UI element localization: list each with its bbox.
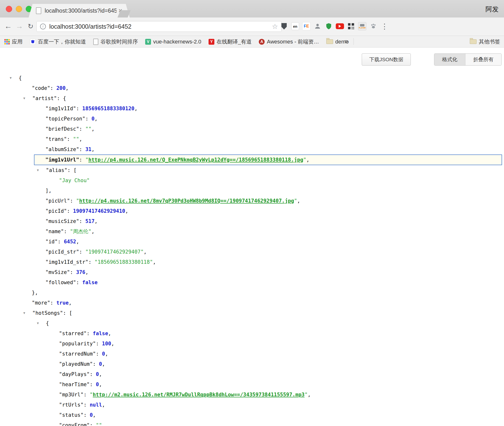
json-line: "picUrl": "http://p4.music.126.net/8mv7q… (0, 196, 504, 206)
site-info-icon[interactable]: i (40, 24, 46, 29)
json-line: "mvSize": 376, (0, 267, 504, 277)
json-punctuation: , (108, 331, 111, 336)
json-punctuation: , (125, 208, 128, 214)
folder-icon (326, 39, 333, 44)
bookmark-google-sort[interactable]: 谷歌按时间排序 (93, 38, 138, 45)
extension-fehelper[interactable]: FE (302, 20, 311, 32)
json-punctuation: : (90, 382, 96, 387)
download-json-button[interactable]: 下载JSON数据 (362, 53, 411, 66)
json-punctuation: }, (32, 290, 38, 296)
play-icon (339, 25, 341, 28)
bookmark-youdao[interactable]: Y 在线翻译_有道 (209, 38, 252, 45)
player-label: PLAYER (359, 27, 366, 29)
json-punctuation: : (85, 116, 91, 122)
json-string: "周杰伦" (70, 229, 91, 234)
collapse-toggle-icon[interactable]: ▼ (9, 73, 19, 83)
json-key: "id" (45, 239, 58, 245)
extension-youtube[interactable] (335, 20, 345, 32)
reload-button[interactable]: ↻ (25, 21, 36, 32)
collapse-toggle-icon[interactable]: ▼ (23, 308, 32, 318)
json-url-link[interactable]: http://p4.music.126.net/Q_ExePNkmqB2yWyL… (88, 157, 303, 163)
json-key: "starred" (59, 331, 87, 336)
extension-qrcode[interactable] (346, 20, 356, 32)
address-bar[interactable]: i localhost:3000/artists?id=6452 ☆ (36, 21, 282, 32)
json-punctuation: : (84, 402, 90, 408)
json-url-link[interactable]: http://m2.music.126.net/RMJR7wDullRqppBk… (93, 392, 304, 398)
json-line: "picId_str": "19097417462929407", (0, 247, 504, 257)
json-number: 200 (56, 85, 66, 91)
paw-icon (370, 23, 377, 30)
person-icon (314, 23, 321, 30)
bookmark-baidu[interactable]: 百度一下，你就知道 (30, 38, 86, 45)
bookmark-vue-hackernews[interactable]: V vue-hackernews-2.0 (145, 39, 201, 45)
collapse-toggle-icon[interactable]: ▼ (23, 93, 32, 103)
json-punctuation: , (105, 351, 108, 357)
collapse-toggle-icon[interactable]: ▼ (36, 165, 46, 175)
back-button[interactable]: ← (3, 21, 14, 32)
json-line: ], (0, 186, 504, 196)
close-window-button[interactable] (6, 6, 12, 12)
json-string: "" (96, 422, 102, 426)
json-line: "followed": false (0, 277, 504, 288)
json-punctuation: , (94, 116, 98, 122)
extension-youdao-translate[interactable]: en (290, 20, 300, 32)
format-button[interactable]: 格式化 (434, 54, 465, 65)
json-key: "musicSize" (45, 218, 79, 224)
bookmark-awesomes[interactable]: A Awesomes - 前端资… (259, 38, 319, 45)
json-line: "more": true, (0, 298, 504, 308)
json-key: "img1v1Id_str" (45, 259, 88, 265)
json-key: "dayPlays" (59, 371, 90, 377)
json-key: "trans" (45, 136, 67, 142)
json-key: "hearTime" (59, 382, 90, 387)
extension-paw[interactable] (369, 20, 378, 32)
bookmarks-bar: 应用 百度一下，你就知道 谷歌按时间排序 V vue-hackernews-2.… (0, 36, 504, 48)
json-punctuation: : { (57, 95, 66, 101)
profile-name[interactable]: 阿发 (486, 5, 499, 14)
json-key: "mvSize" (45, 269, 70, 275)
json-punctuation: , (99, 382, 102, 387)
navigation-bar: ← → ↻ i localhost:3000/artists?id=6452 ☆… (0, 17, 504, 36)
json-punctuation: , (91, 229, 94, 234)
json-punctuation: : (76, 280, 82, 285)
json-literal: true (56, 300, 69, 306)
extension-player[interactable]: PLAYER (357, 20, 367, 32)
apps-grid-icon (4, 39, 10, 44)
json-punctuation: : (84, 412, 90, 418)
collapse-toggle-icon[interactable]: ▼ (36, 318, 46, 328)
json-number: 376 (76, 269, 85, 275)
browser-tab[interactable]: localhost:3000/artists?id=645 × (29, 4, 130, 17)
page-content: 下载JSON数据 格式化 折叠所有 ▼{"code": 200,▼"artist… (0, 48, 504, 426)
browser-menu-button[interactable]: ⋮ (380, 20, 389, 32)
json-key: "albumSize" (45, 146, 79, 152)
forward-button[interactable]: → (14, 21, 25, 32)
bookmarks-list: 应用 百度一下，你就知道 谷歌按时间排序 V vue-hackernews-2.… (4, 36, 349, 47)
awesomes-icon: A (259, 39, 265, 45)
json-punctuation: , (92, 146, 95, 152)
bookmarks-overflow-chevron[interactable]: » (345, 37, 348, 45)
json-url-link[interactable]: http://p4.music.126.net/8mv7qP30Pd3oHW8b… (79, 198, 294, 204)
json-punctuation: : (50, 85, 56, 91)
json-line: "playedNum": 0, (0, 359, 504, 369)
json-punctuation: , (153, 259, 156, 265)
extension-shield[interactable] (324, 20, 334, 32)
other-bookmarks-folder[interactable]: 其他书签 (470, 36, 500, 47)
json-punctuation: : (96, 351, 102, 357)
viewer-mode-switch: 格式化 折叠所有 (434, 53, 502, 66)
json-punctuation: ], (45, 188, 51, 194)
collapse-all-button[interactable]: 折叠所有 (465, 54, 501, 65)
json-punctuation: , (69, 300, 72, 306)
baidu-icon (30, 39, 36, 45)
minimize-window-button[interactable] (16, 6, 22, 12)
json-number: 0 (102, 351, 105, 357)
json-punctuation: , (79, 136, 82, 142)
json-key: "picUrl" (45, 198, 70, 204)
json-key: "popularity" (59, 341, 96, 347)
bookmark-apps[interactable]: 应用 (4, 38, 23, 45)
bookmark-star-icon[interactable]: ☆ (272, 23, 278, 31)
json-punctuation: , (94, 218, 98, 224)
json-key: "img1v1Url" (45, 157, 79, 163)
extension-profile[interactable] (313, 20, 322, 32)
json-punctuation: , (93, 412, 96, 418)
url-text[interactable]: localhost:3000/artists?id=6452 (49, 23, 270, 30)
extension-pennant[interactable] (279, 20, 289, 32)
